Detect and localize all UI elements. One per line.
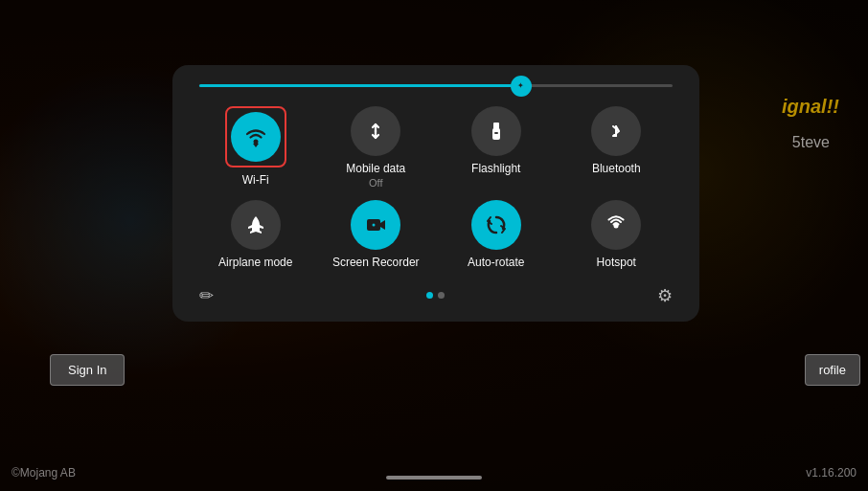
svg-rect-3 [494,132,498,134]
background-signal-text: ignal!! [782,96,839,118]
wifi-red-border [225,106,286,167]
dot-1 [426,292,433,299]
bluetooth-label: Bluetooth [592,162,641,175]
screen-recorder-icon [363,212,388,237]
wifi-label: Wi-Fi [242,173,269,187]
airplane-icon-bg [231,200,281,250]
flashlight-label: Flashlight [471,162,520,175]
airplane-label: Airplane mode [218,256,292,269]
brightness-fill [199,84,521,87]
flashlight-icon-bg [471,106,521,156]
bluetooth-icon-bg [591,106,641,156]
mobile-data-label: Mobile data [346,162,405,175]
tile-bluetooth[interactable]: Bluetooth [557,106,677,189]
auto-rotate-icon [484,212,509,237]
tile-screen-recorder[interactable]: Screen Recorder [316,200,437,269]
dot-2 [438,292,445,299]
sign-in-button[interactable]: Sign In [50,354,125,386]
bluetooth-icon [604,119,628,144]
screen-recorder-icon-bg [351,200,400,250]
mobile-data-icon [363,119,388,144]
wifi-icon-bg [231,112,281,162]
hotspot-label: Hotspot [597,256,636,269]
mobile-data-icon-bg [351,106,400,156]
screen-recorder-label: Screen Recorder [332,256,420,269]
brightness-thumb[interactable] [511,76,532,97]
svg-point-6 [373,224,376,227]
background-steve-text: 5teve [792,134,830,151]
quick-settings-panel: Wi-Fi Mobile data Off [172,65,699,322]
airplane-icon [243,212,268,237]
tile-hotspot[interactable]: Hotspot [557,200,677,269]
brightness-track[interactable] [199,84,673,87]
auto-rotate-icon-bg [471,200,521,250]
edit-button[interactable]: ✏ [199,285,214,306]
panel-bottom-bar: ✏ ⚙ [195,285,676,306]
tiles-grid: Wi-Fi Mobile data Off [195,106,676,270]
wifi-icon [242,123,269,150]
tile-flashlight[interactable]: Flashlight [436,106,557,189]
svg-point-0 [253,140,258,145]
tile-mobile-data[interactable]: Mobile data Off [316,106,437,189]
settings-button[interactable]: ⚙ [657,285,673,306]
mobile-data-sublabel: Off [369,177,382,189]
profile-button[interactable]: rofile [805,354,860,386]
flashlight-icon [484,119,509,144]
brightness-row[interactable] [195,84,676,87]
page-dots [214,292,657,299]
auto-rotate-label: Auto-rotate [468,256,524,269]
navigation-bar [0,464,868,491]
tile-airplane[interactable]: Airplane mode [195,200,316,269]
hotspot-icon-bg [591,200,641,250]
tile-wifi[interactable]: Wi-Fi [195,106,316,189]
tile-auto-rotate[interactable]: Auto-rotate [436,200,557,269]
home-indicator[interactable] [386,476,482,480]
hotspot-icon [604,212,628,237]
